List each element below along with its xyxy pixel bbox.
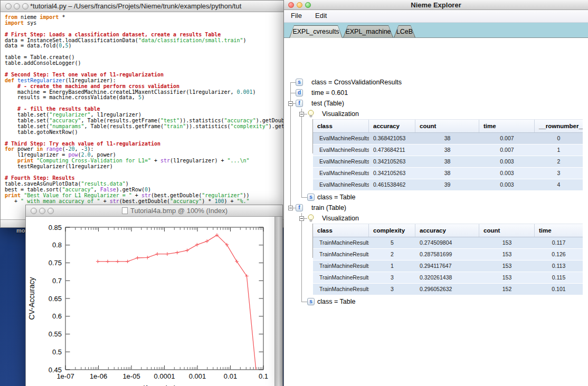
explorer-titlebar[interactable]: Nieme Explorer (284, 0, 588, 10)
tree-item[interactable]: class = CrossValidationResults (311, 78, 402, 86)
vertical-scrollbar[interactable] (274, 217, 282, 386)
close-button[interactable] (5, 3, 12, 9)
tree-collapse-toggle[interactable] (299, 216, 304, 221)
tab-LCeB[interactable]: LCeB (394, 25, 415, 37)
svg-text:1e-07: 1e-07 (56, 372, 74, 380)
column-header[interactable]: complexity (369, 224, 415, 237)
minimize-button[interactable] (39, 208, 45, 214)
tab-label: EXPL_cvresults (290, 26, 342, 38)
code-area[interactable]: from nieme import *import sys # First St… (1, 12, 285, 219)
table-cell: 3 (535, 168, 583, 179)
menu-file[interactable]: File (291, 12, 302, 20)
table-row[interactable]: TrainMachineResults30.3202614381530.115 (313, 272, 583, 283)
column-header[interactable]: class (313, 224, 369, 237)
column-header[interactable]: count (479, 224, 535, 237)
editor-window-title: *tutorial4.py – /Users/francis/Projets/N… (30, 2, 241, 10)
column-header[interactable]: time (479, 120, 535, 132)
lightbulb-icon (307, 110, 315, 120)
table-cell: 3 (369, 284, 415, 295)
chart: 0.850.80.750.70.650.60.550.50.451e-071e-… (26, 217, 274, 386)
tree-item[interactable]: test (Table) (311, 99, 344, 108)
table-cell: 153 (479, 272, 535, 283)
tab-bar: EXPL_cvresultsEXPL_machineLCeB (284, 23, 588, 38)
f-type-icon: f (296, 100, 303, 107)
table-cell: 0.007 (479, 144, 535, 156)
editor-window: *tutorial4.py – /Users/francis/Projets/N… (0, 0, 286, 228)
svg-text:0.8: 0.8 (52, 241, 62, 249)
table-cell: 38 (415, 144, 479, 156)
table-cell: 0.117 (535, 237, 583, 248)
svg-text:CV-Accuracy: CV-Accuracy (27, 277, 36, 320)
svg-text:0.55: 0.55 (49, 330, 62, 338)
tree-collapse-toggle[interactable] (288, 206, 293, 210)
table-cell: 5 (369, 237, 415, 248)
tab-EXPL_machine[interactable]: EXPL_machine (343, 25, 393, 37)
tree-item[interactable]: time = 0.601 (311, 89, 348, 97)
table-cell: TrainMachineResults (313, 260, 369, 272)
explorer-window: Nieme Explorer File Edit EXPL_cvresultsE… (283, 0, 588, 386)
tab-EXPL_cvresults[interactable]: EXPL_cvresults (289, 25, 343, 38)
table-cell: 0 (535, 133, 583, 144)
column-header[interactable]: time (535, 224, 583, 237)
table-cell: 0.003 (479, 156, 535, 167)
svg-text:0.0001: 0.0001 (154, 372, 175, 380)
tree-item[interactable]: class = Table (317, 297, 355, 306)
table-cell: 153 (479, 237, 535, 248)
menu-edit[interactable]: Edit (315, 12, 327, 20)
plot-window: Tutorial4a.bmp @ 100% (Index) 0.850.80.7… (25, 205, 283, 386)
table-row[interactable]: EvalMachineResults0.473684211380.0071 (313, 144, 583, 156)
plot-titlebar[interactable]: Tutorial4a.bmp @ 100% (Index) (26, 205, 282, 217)
editor-titlebar[interactable]: *tutorial4.py – /Users/francis/Projets/N… (1, 1, 285, 12)
minimize-button[interactable] (14, 3, 20, 9)
tree-item[interactable]: Visualization (322, 214, 359, 223)
column-header[interactable]: __rownumber__ (535, 120, 583, 132)
tree: sclass = CrossValidationResultsdtime = 0… (284, 38, 588, 386)
menu-bar: File Edit (284, 10, 588, 23)
table-header: classcomplexityaccuracycounttime (313, 224, 583, 237)
tree-item[interactable]: class = Table (317, 193, 355, 201)
table-row[interactable]: EvalMachineResults0.342105263380.0032 (313, 156, 583, 167)
svg-text:0.5: 0.5 (52, 348, 62, 356)
table-row[interactable]: TrainMachineResults10.2941176471530.113 (313, 260, 583, 272)
tree-item[interactable]: train (Table) (311, 204, 346, 212)
table-cell: EvalMachineResults (313, 179, 369, 190)
tree-collapse-toggle[interactable] (288, 101, 293, 106)
zoom-button[interactable] (48, 208, 54, 214)
plot-image: 0.850.80.750.70.650.60.550.50.451e-071e-… (26, 217, 274, 386)
table-row[interactable]: TrainMachineResults30.2960526321520.101 (313, 284, 583, 295)
column-header[interactable]: accuracy (415, 224, 479, 237)
table-cell: EvalMachineResults (313, 168, 369, 179)
column-header[interactable]: accuracy (369, 120, 415, 132)
svg-text:0.1: 0.1 (259, 372, 268, 380)
close-button[interactable] (31, 208, 37, 214)
table-row[interactable]: EvalMachineResults0.342105263380.0033 (313, 168, 583, 179)
tree-guide-line (301, 109, 302, 197)
column-header[interactable]: count (415, 120, 479, 132)
table-cell: 0.287581699 (415, 249, 479, 260)
column-header[interactable]: class (313, 120, 369, 132)
plot-window-title: Tutorial4a.bmp @ 100% (Index) (130, 207, 227, 215)
explorer-window-title: Nieme Explorer (284, 1, 588, 9)
table-row[interactable]: TrainMachineResults50.2745098041530.117 (313, 237, 583, 248)
svg-text:0.6: 0.6 (52, 312, 62, 320)
table-row[interactable]: TrainMachineResults20.2875816991530.126 (313, 249, 583, 260)
tree-item[interactable]: Visualization (322, 110, 359, 118)
table-cell: 0.274509804 (415, 237, 479, 248)
table-row[interactable]: EvalMachineResults0.461538462390.0034 (313, 179, 583, 190)
desktop-icon-label: mo (16, 227, 25, 234)
svg-text:0.001: 0.001 (189, 372, 206, 380)
table-cell: 0.296052632 (415, 284, 479, 295)
table-cell: 38 (415, 168, 479, 179)
svg-text:0.65: 0.65 (49, 295, 62, 303)
table-cell: 0.473684211 (369, 144, 415, 156)
table-cell: EvalMachineResults (313, 133, 369, 144)
table-row[interactable]: EvalMachineResults0.368421053380.0070 (313, 133, 583, 144)
zoom-button[interactable] (22, 3, 29, 9)
svg-text:l1-regularizer: l1-regularizer (144, 384, 185, 386)
table-cell: 153 (479, 260, 535, 272)
table-cell: 3 (369, 272, 415, 283)
tree-collapse-toggle[interactable] (299, 112, 304, 117)
table-cell: 0.342105263 (369, 156, 415, 167)
f-type-icon: f (296, 204, 303, 211)
table-cell: 0.294117647 (415, 260, 479, 272)
